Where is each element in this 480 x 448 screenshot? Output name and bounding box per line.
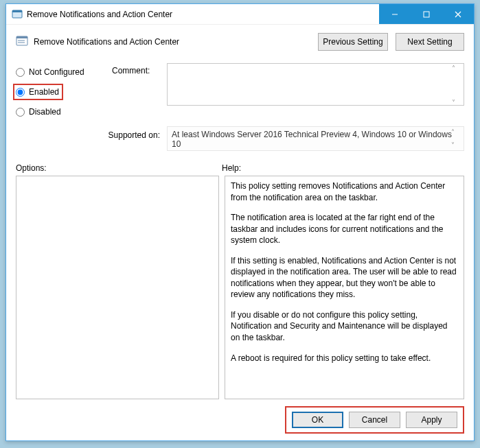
window-title: Remove Notifications and Action Center — [27, 10, 379, 19]
chevron-up-icon: ˄ — [451, 128, 458, 136]
radio-enabled[interactable]: Enabled — [16, 87, 59, 97]
radio-not-configured-input[interactable] — [16, 68, 25, 77]
svg-rect-1 — [12, 10, 22, 12]
help-text: The notification area is located at the … — [231, 212, 458, 246]
policy-icon — [16, 36, 28, 48]
window-controls — [379, 4, 474, 24]
next-setting-button[interactable]: Next Setting — [396, 33, 464, 51]
help-text: A reboot is required for this policy set… — [231, 353, 458, 364]
ok-button[interactable]: OK — [292, 412, 343, 428]
comment-textarea[interactable] — [167, 63, 464, 106]
help-text: If this setting is enabled, Notification… — [231, 255, 458, 300]
radio-not-configured[interactable]: Not Configured — [16, 67, 112, 77]
help-panel: This policy setting removes Notification… — [225, 176, 464, 399]
supported-on-label: Supported on: — [16, 126, 167, 140]
help-text: If you disable or do not configure this … — [231, 309, 458, 344]
chevron-down-icon: ˅ — [451, 141, 458, 149]
help-label: Help: — [222, 163, 241, 173]
radio-enabled-input[interactable] — [16, 88, 25, 97]
radio-not-configured-label: Not Configured — [29, 67, 84, 77]
comment-label: Comment: — [112, 63, 167, 75]
dialog-content: Remove Notifications and Action Center P… — [6, 25, 474, 440]
svg-rect-7 — [16, 36, 27, 38]
radio-enabled-label: Enabled — [29, 87, 59, 97]
policy-title: Remove Notifications and Action Center — [34, 37, 179, 47]
apply-button[interactable]: Apply — [406, 412, 457, 428]
radio-disabled-input[interactable] — [16, 108, 25, 117]
dialog-window: Remove Notifications and Action Center R… — [5, 3, 475, 441]
options-panel — [16, 176, 219, 399]
maximize-button[interactable] — [411, 4, 442, 24]
titlebar[interactable]: Remove Notifications and Action Center — [6, 4, 474, 25]
minimize-button[interactable] — [379, 4, 411, 24]
radio-disabled-label: Disabled — [29, 107, 61, 117]
supported-on-box: At least Windows Server 2016 Technical P… — [167, 126, 464, 151]
options-label: Options: — [16, 163, 222, 173]
close-button[interactable] — [442, 4, 474, 24]
supported-on-text: At least Windows Server 2016 Technical P… — [172, 130, 452, 149]
help-text: This policy setting removes Notification… — [231, 180, 458, 203]
footer-buttons: OK Cancel Apply — [285, 406, 464, 434]
highlight-enabled: Enabled — [13, 84, 63, 100]
svg-rect-3 — [424, 12, 429, 17]
state-radio-group: Not Configured Enabled Disabled — [16, 63, 112, 123]
radio-disabled[interactable]: Disabled — [16, 107, 112, 117]
cancel-button[interactable]: Cancel — [349, 412, 400, 428]
app-icon — [12, 9, 23, 20]
previous-setting-button[interactable]: Previous Setting — [318, 33, 387, 51]
